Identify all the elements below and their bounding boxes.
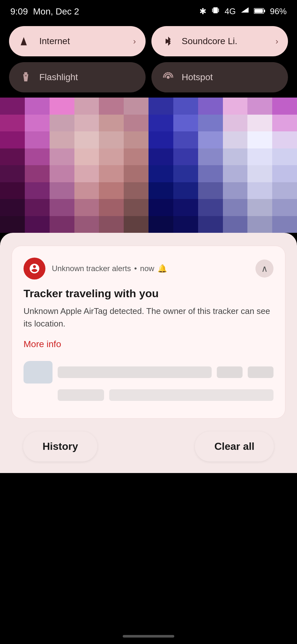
internet-label: Internet bbox=[39, 36, 127, 46]
battery-percent: 96% bbox=[270, 6, 287, 16]
redacted-row-2 bbox=[24, 389, 273, 401]
redacted-text-5 bbox=[109, 389, 273, 401]
redacted-text-4 bbox=[58, 389, 104, 401]
svg-rect-2 bbox=[213, 7, 218, 14]
bottom-actions: History Clear all bbox=[12, 419, 285, 461]
notification-time: now bbox=[140, 264, 154, 273]
svg-rect-8 bbox=[24, 72, 27, 74]
internet-chevron: › bbox=[133, 36, 136, 46]
notification-meta: Unknown tracker alerts • now 🔔 bbox=[52, 264, 249, 273]
flashlight-icon bbox=[19, 71, 33, 83]
hotspot-icon bbox=[161, 71, 175, 83]
signal-label: 4G bbox=[225, 6, 236, 16]
home-indicator bbox=[123, 635, 174, 638]
tile-flashlight[interactable]: Flashlight bbox=[9, 62, 146, 92]
soundcore-label: Soundcore Li. bbox=[182, 36, 269, 46]
bell-icon: 🔔 bbox=[158, 264, 167, 273]
svg-rect-9 bbox=[25, 75, 27, 76]
quick-tiles: Internet › Soundcore Li. › Flashlight bbox=[0, 21, 297, 98]
status-left: 9:09 Mon, Dec 2 bbox=[10, 6, 79, 17]
status-date: Mon, Dec 2 bbox=[33, 6, 79, 17]
pixel-grid bbox=[0, 98, 297, 233]
more-info-link[interactable]: More info bbox=[24, 339, 273, 349]
status-bar: 9:09 Mon, Dec 2 ✱ 4G 96% bbox=[0, 0, 297, 21]
internet-icon bbox=[19, 35, 33, 47]
notification-body: Unknown Apple AirTag detected. The owner… bbox=[24, 305, 273, 330]
separator: • bbox=[134, 264, 137, 273]
svg-rect-0 bbox=[212, 8, 213, 12]
bluetooth-tile-icon bbox=[161, 35, 175, 47]
status-time: 9:09 bbox=[10, 6, 28, 17]
redacted-icon-1 bbox=[24, 361, 53, 384]
svg-rect-5 bbox=[264, 10, 265, 12]
notification-panel: Unknown tracker alerts • now 🔔 ∧ Tracker… bbox=[0, 233, 297, 473]
history-button[interactable]: History bbox=[23, 431, 97, 461]
notification-header: Unknown tracker alerts • now 🔔 ∧ bbox=[24, 258, 273, 279]
svg-marker-3 bbox=[241, 7, 248, 13]
redacted-text-1 bbox=[58, 366, 212, 378]
battery-icon bbox=[254, 6, 265, 16]
soundcore-chevron: › bbox=[275, 36, 278, 46]
tracker-alert-icon bbox=[24, 258, 45, 279]
clear-all-button[interactable]: Clear all bbox=[195, 431, 274, 461]
bluetooth-icon: ✱ bbox=[199, 6, 206, 16]
hotspot-label: Hotspot bbox=[182, 72, 278, 82]
signal-icon bbox=[240, 6, 249, 17]
svg-rect-6 bbox=[254, 9, 263, 13]
redacted-content bbox=[24, 361, 273, 407]
redacted-text-3 bbox=[248, 366, 273, 378]
flashlight-label: Flashlight bbox=[39, 72, 136, 82]
svg-point-10 bbox=[167, 76, 170, 79]
svg-marker-7 bbox=[21, 37, 27, 45]
redacted-row-1 bbox=[24, 361, 273, 384]
app-name: Unknown tracker alerts bbox=[52, 264, 131, 273]
svg-rect-1 bbox=[218, 8, 219, 12]
collapse-button[interactable]: ∧ bbox=[255, 260, 273, 278]
vibrate-icon bbox=[211, 6, 220, 17]
media-area bbox=[0, 98, 297, 233]
status-right: ✱ 4G 96% bbox=[199, 6, 287, 17]
redacted-text-2 bbox=[217, 366, 243, 378]
notification-title: Tracker traveling with you bbox=[24, 287, 273, 300]
notification-card: Unknown tracker alerts • now 🔔 ∧ Tracker… bbox=[12, 246, 285, 419]
tile-soundcore[interactable]: Soundcore Li. › bbox=[151, 26, 288, 56]
tile-hotspot[interactable]: Hotspot bbox=[151, 62, 288, 92]
tile-internet[interactable]: Internet › bbox=[9, 26, 146, 56]
